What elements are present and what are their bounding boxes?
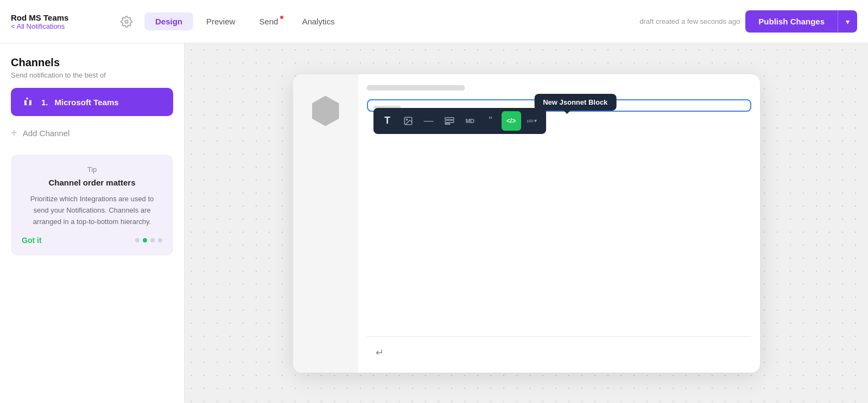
channel-name: Microsoft Teams [55,98,119,107]
toolbar-section-button[interactable] [440,111,459,131]
toolbar-list-button[interactable]: ≔▾ [522,111,542,131]
return-arrow-icon: ↵ [376,347,384,359]
header: Rod MS Teams < All Notifications Design … [0,0,868,43]
publish-group: Publish Changes ▾ [745,10,857,33]
tip-dot-4 [158,238,162,242]
tab-analytics[interactable]: Analytics [291,12,345,30]
draft-status: draft created a few seconds ago [639,17,740,25]
tip-dot-3 [150,238,155,242]
send-badge [279,15,284,20]
back-link[interactable]: < All Notifications [11,22,109,30]
channels-title: Channels [11,56,173,69]
tip-dot-2 [143,238,147,242]
preview-frame: New Jsonnet Block T [293,74,760,373]
main: Channels Send notification to the best o… [0,43,868,403]
nav-tabs: Design Preview Send Analytics [144,12,631,30]
add-channel-plus-icon: + [11,127,17,139]
svg-rect-6 [445,123,449,124]
settings-icon[interactable] [117,12,136,31]
publish-button[interactable]: Publish Changes [745,10,838,33]
bottom-strip: ↵ [367,336,751,364]
toolbar-markdown-button[interactable]: MD [460,111,480,131]
teams-icon [20,94,35,110]
svg-point-1 [26,98,28,100]
toolbar-divider-button[interactable]: — [419,111,439,131]
toolbar-quote-button[interactable]: " [481,111,500,131]
tip-footer: Got it [22,236,162,245]
sidebar: Channels Send notification to the best o… [0,43,185,403]
app-title: Rod MS Teams [11,13,109,22]
svg-rect-4 [445,117,453,119]
got-it-button[interactable]: Got it [22,236,42,245]
channels-subtitle: Send notification to the best of [11,71,173,79]
publish-dropdown-button[interactable]: ▾ [838,10,857,33]
hexagon-icon [312,96,339,126]
message-area: New Jsonnet Block T [358,74,760,373]
channels-header: Channels Send notification to the best o… [11,56,173,79]
add-channel-label: Add Channel [23,129,70,138]
toolbar-code-button[interactable]: </> [502,111,521,131]
editor-toolbar: T — [373,108,546,134]
tip-title: Channel order matters [22,178,162,187]
add-channel-button[interactable]: + Add Channel [11,125,173,142]
placeholder-bar [367,85,465,91]
header-left: Rod MS Teams < All Notifications [11,13,109,30]
tip-dot-1 [135,238,140,242]
tip-label: Tip [22,165,162,174]
tab-send[interactable]: Send [248,12,289,30]
editor-wrapper: New Jsonnet Block T [367,99,751,336]
tip-body: Prioritize which Integrations are used t… [22,194,162,227]
channel-number: 1. [41,98,48,107]
channel-microsoft-teams[interactable]: 1. Microsoft Teams [11,88,173,116]
tip-card: Tip Channel order matters Prioritize whi… [11,155,173,255]
canvas-area: New Jsonnet Block T [185,43,868,403]
phone-strip [293,74,358,373]
toolbar-text-button[interactable]: T [378,111,397,131]
tip-dots [135,238,162,242]
toolbar-image-button[interactable] [398,111,418,131]
svg-point-3 [406,119,407,120]
jsonnet-tooltip: New Jsonnet Block [534,94,616,111]
svg-rect-5 [445,120,453,123]
svg-point-0 [125,20,128,23]
tab-preview[interactable]: Preview [195,12,246,30]
tab-design[interactable]: Design [144,12,193,30]
header-right: draft created a few seconds ago Publish … [639,10,857,33]
